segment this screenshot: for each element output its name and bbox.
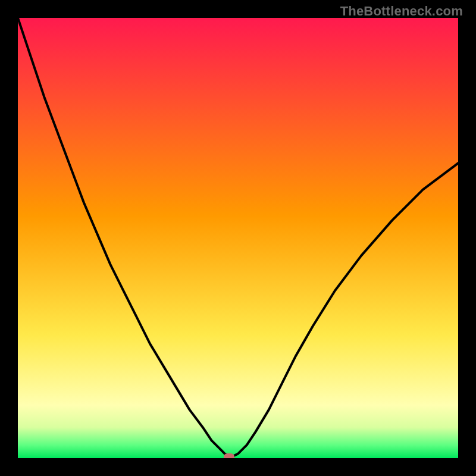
watermark-text: TheBottleneck.com xyxy=(340,4,463,19)
minimum-marker xyxy=(224,453,234,458)
chart-frame: TheBottleneck.com xyxy=(0,0,476,476)
bottleneck-curve xyxy=(18,18,458,458)
plot-area xyxy=(18,18,458,458)
